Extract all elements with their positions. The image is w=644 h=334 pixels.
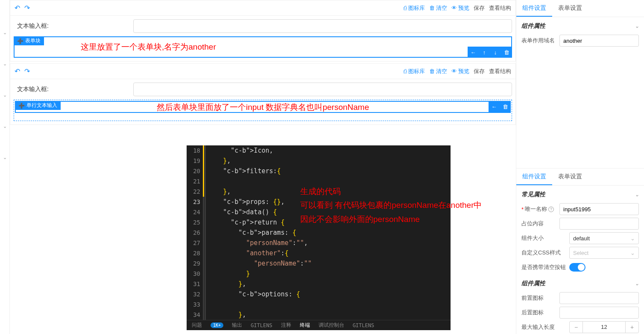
undo-icon[interactable]: ↶ [15, 67, 20, 75]
maxlen-stepper[interactable]: − 12 + [569, 321, 639, 333]
save-button[interactable]: 保存 [474, 4, 485, 12]
arrow-up-icon[interactable]: ↑ [479, 47, 490, 58]
annotation: 这里放置了一个表单块,名字为another [81, 41, 216, 53]
code-line: 26 "c-b">params: { [187, 228, 451, 238]
tab-output[interactable]: 输出 [232, 322, 242, 329]
code-line: 30 } [187, 269, 451, 279]
arrow-left-icon[interactable]: ← [489, 101, 500, 112]
clear-button[interactable]: 🗑 清空 [429, 4, 447, 12]
block-tag: ➕ 单行文本输入 [15, 101, 61, 110]
preview-button[interactable]: 👁 预览 [451, 4, 469, 12]
designer-canvas-2[interactable]: 文本输入框: ➕ 单行文本输入 文本输入框: 然后表单块里面放了一个input … [10, 79, 515, 124]
arrow-down-icon[interactable]: ↓ [490, 47, 501, 58]
form-block-selected[interactable]: ➕ 表单块 这里放置了一个表单块,名字为another ← ↑ ↓ 🗑 [14, 36, 512, 58]
prop-label: 组件大小 [521, 234, 566, 242]
save-button[interactable]: 保存 [474, 68, 485, 75]
section-title: 组件属性 [521, 280, 545, 287]
code-line: 28 "another":{ [187, 248, 451, 258]
prop-label: 唯一名称 [525, 205, 547, 213]
clear-button[interactable]: 🗑 清空 [429, 68, 447, 75]
chevron-down-icon[interactable]: ⌄ [0, 61, 9, 67]
code-line: 29 "personName":"" [187, 258, 451, 269]
redo-icon[interactable]: ↷ [24, 67, 30, 75]
delete-icon[interactable]: 🗑 [500, 101, 511, 112]
unique-name-input[interactable] [559, 203, 639, 215]
code-line: 18 "c-b">Icon, [187, 145, 451, 156]
text-input[interactable] [133, 19, 512, 33]
chevron-down-icon[interactable]: ⌄ [0, 92, 9, 98]
code-line: 19 }, [187, 156, 451, 166]
prop-label: 占位内容 [521, 220, 556, 228]
toolbar-bottom: ↶ ↷ ⎙ 图标库 🗑 清空 👁 预览 保存 查看结构 [10, 64, 515, 79]
chevron-down-icon[interactable]: ⌄ [0, 124, 9, 129]
preview-button[interactable]: 👁 预览 [451, 68, 469, 75]
pre-icon-input[interactable] [559, 292, 639, 304]
prop-label: 后置图标 [521, 309, 556, 316]
placeholder-input[interactable] [559, 218, 639, 230]
chevron-down-icon[interactable]: ⌄ [635, 281, 639, 287]
tab-debug[interactable]: 调试控制台 [319, 322, 344, 329]
properties-panel: 组件设置 表单设置 组件属性⌄ 表单作用域名 组件设置 表单设置 常见属性⌄ *… [516, 0, 644, 334]
chevron-down-icon[interactable]: ⌄ [0, 30, 9, 35]
prop-label: 自定义CSS样式 [521, 249, 566, 257]
delete-icon[interactable]: 🗑 [501, 47, 512, 58]
arrow-left-icon[interactable]: ← [468, 47, 479, 58]
code-line: 20 "c-b">filters:{ [187, 166, 451, 176]
tab-component-settings[interactable]: 组件设置 [516, 0, 552, 17]
badge: 1K+ [211, 322, 223, 328]
editor-tabs: 问题 1K+ 输出 GITLENS 注释 终端 调试控制台 GITLENS [187, 320, 451, 330]
tab-component-settings[interactable]: 组件设置 [516, 168, 552, 185]
chevron-down-icon[interactable]: ⌄ [635, 24, 639, 29]
scope-name-input[interactable] [559, 35, 639, 47]
code-editor: 18 "c-b">Icon,19 },20 "c-b">filters:{212… [187, 145, 451, 330]
view-struct-button[interactable]: 查看结构 [489, 68, 511, 75]
prop-label: 最大输入长度 [521, 323, 566, 331]
iconlib-button[interactable]: ⎙ 图标库 [404, 68, 425, 75]
tab-form-settings[interactable]: 表单设置 [552, 168, 588, 185]
designer-canvas-1[interactable]: 文本输入框: ➕ 表单块 这里放置了一个表单块,名字为another ← ↑ ↓… [10, 16, 515, 61]
view-struct-button[interactable]: 查看结构 [489, 4, 511, 12]
input-component-selected[interactable]: ➕ 单行文本输入 文本输入框: 然后表单块里面放了一个input 数据字典名也叫… [15, 101, 511, 113]
block-tag: ➕ 表单块 [14, 36, 44, 45]
code-line: 32 "c-b">options: { [187, 289, 451, 299]
tab-gitlens2[interactable]: GITLENS [353, 322, 375, 328]
tab-gitlens[interactable]: GITLENS [251, 322, 272, 328]
tab-form-settings[interactable]: 表单设置 [552, 0, 588, 17]
tab-terminal[interactable]: 终端 [300, 322, 310, 329]
undo-icon[interactable]: ↶ [15, 4, 20, 12]
left-collapse-rail: ⌄ ⌄ ⌄ ⌄ ⌄ [0, 0, 10, 334]
stepper-value: 12 [583, 322, 626, 333]
toolbar-top: ↶ ↷ ⎙ 图标库 🗑 清空 👁 预览 保存 查看结构 [10, 0, 515, 16]
text-input[interactable] [133, 83, 512, 96]
css-select[interactable]: Select⌄ [569, 247, 639, 259]
form-block-dashed[interactable]: ➕ 单行文本输入 文本输入框: 然后表单块里面放了一个input 数据字典名也叫… [14, 100, 512, 121]
text-input-label: 文本输入框: [14, 22, 133, 30]
chevron-down-icon[interactable]: ⌄ [0, 155, 9, 160]
post-icon-input[interactable] [559, 307, 639, 319]
size-select[interactable]: default⌄ [569, 232, 639, 244]
prop-label: 前置图标 [521, 294, 556, 302]
code-line: 33 [187, 299, 451, 310]
code-line: 34 }, [187, 310, 451, 320]
code-line: 31 }, [187, 279, 451, 289]
tab-problems[interactable]: 问题 [192, 322, 202, 329]
text-input-label: 文本输入框: [14, 86, 133, 93]
chevron-down-icon[interactable]: ⌄ [635, 192, 639, 198]
section-title: 组件属性 [521, 22, 545, 30]
code-line: 27 "personName":"", [187, 238, 451, 248]
annotation-code: 生成的代码 可以看到 有代码块包裹的personName在another中 因此… [300, 185, 482, 226]
help-icon[interactable]: ? [548, 207, 554, 212]
minus-icon[interactable]: − [570, 324, 583, 331]
prop-label: 表单作用域名 [521, 37, 556, 44]
annotation: 然后表单块里面放了一个input 数据字典名也叫personName [157, 102, 369, 113]
tab-comments[interactable]: 注释 [281, 322, 291, 329]
iconlib-button[interactable]: ⎙ 图标库 [404, 4, 425, 12]
redo-icon[interactable]: ↷ [24, 4, 30, 12]
plus-icon[interactable]: + [626, 324, 638, 331]
clear-toggle[interactable] [569, 263, 585, 272]
prop-label: 是否携带清空按钮 [521, 263, 566, 271]
section-title: 常见属性 [521, 191, 545, 198]
